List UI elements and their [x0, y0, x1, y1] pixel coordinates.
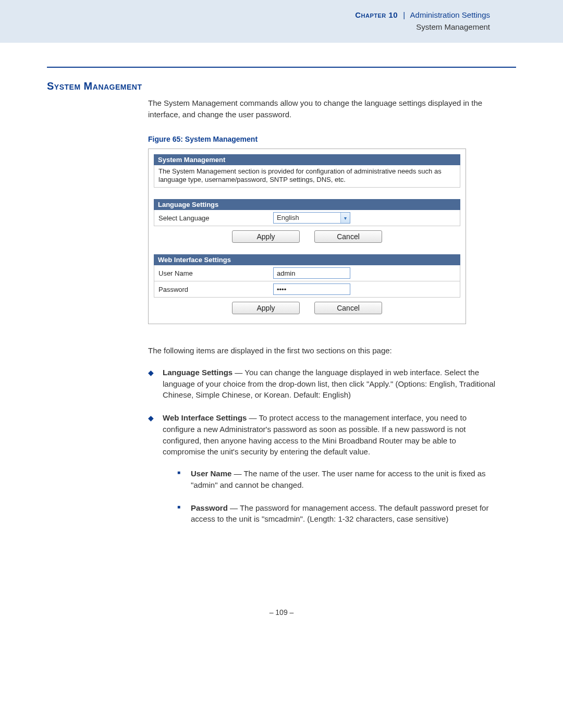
subbullet-password: Password — The password for management a…: [177, 502, 500, 525]
language-cancel-button[interactable]: Cancel: [314, 230, 382, 243]
bullet-web-title: Web Interface Settings: [163, 413, 247, 422]
password-row: Password: [154, 281, 460, 298]
language-select-value: English: [274, 213, 340, 223]
password-label: Password: [154, 283, 273, 296]
page-number: – 109 –: [47, 608, 516, 616]
section-title: System Management: [47, 80, 516, 92]
username-input[interactable]: [273, 267, 350, 279]
language-row: Select Language English ▾: [154, 210, 460, 226]
subbullet-pass-body: — The password for management access. Th…: [191, 503, 488, 524]
page-header: Chapter 10 | Administration Settings Sys…: [0, 0, 563, 43]
chevron-down-icon: ▾: [340, 213, 350, 223]
separator: |: [403, 10, 405, 19]
figure-box: System Management The System Management …: [148, 149, 466, 325]
subbullet-username: User Name — The name of the user. The us…: [177, 468, 500, 491]
subbullet-pass-title: Password: [191, 503, 228, 512]
web-apply-button[interactable]: Apply: [232, 302, 300, 314]
after-figure-intro: The following items are displayed in the…: [148, 345, 500, 356]
language-select[interactable]: English ▾: [273, 212, 350, 224]
subbullet-user-title: User Name: [191, 469, 231, 478]
figure-caption: Figure 65: System Management: [148, 135, 516, 143]
breadcrumb: Administration Settings: [410, 10, 490, 19]
web-interface-header: Web Interface Settings: [154, 254, 460, 265]
header-subtitle: System Management: [0, 21, 490, 33]
system-management-desc: The System Management section is provide…: [154, 165, 460, 188]
subbullet-user-body: — The name of the user. The user name fo…: [191, 469, 486, 489]
language-apply-button[interactable]: Apply: [232, 230, 300, 243]
chapter-label: Chapter 10: [355, 10, 398, 19]
select-language-label: Select Language: [154, 212, 273, 225]
password-input[interactable]: [273, 283, 350, 295]
intro-paragraph: The System Management commands allow you…: [148, 97, 500, 120]
bullet-lang-title: Language Settings: [163, 368, 232, 377]
username-row: User Name: [154, 265, 460, 281]
system-management-header: System Management: [154, 154, 460, 165]
bullet-language-settings: Language Settings — You can change the l…: [148, 367, 500, 401]
bullet-web-interface-settings: Web Interface Settings — To protect acce…: [148, 412, 500, 525]
top-rule: [47, 67, 516, 68]
language-settings-header: Language Settings: [154, 199, 460, 210]
username-label: User Name: [154, 267, 273, 280]
web-cancel-button[interactable]: Cancel: [314, 302, 382, 314]
